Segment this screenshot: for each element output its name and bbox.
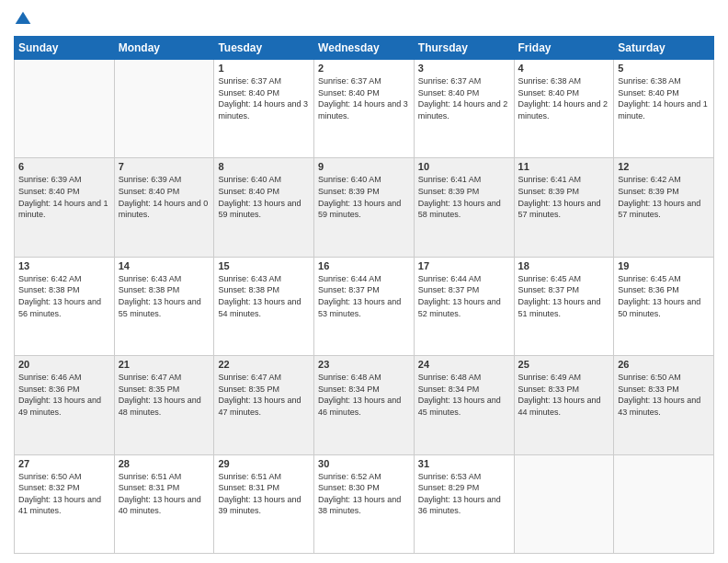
day-number: 27 [18, 458, 110, 469]
calendar-cell: 13Sunrise: 6:42 AM Sunset: 8:38 PM Dayli… [15, 257, 115, 355]
day-number: 28 [119, 458, 210, 469]
day-number: 8 [218, 161, 310, 172]
calendar-cell: 16Sunrise: 6:44 AM Sunset: 8:37 PM Dayli… [314, 257, 415, 355]
day-info: Sunrise: 6:51 AM Sunset: 8:31 PM Dayligh… [218, 471, 310, 517]
page: SundayMondayTuesdayWednesdayThursdayFrid… [0, 0, 728, 563]
day-number: 3 [418, 63, 510, 74]
day-info: Sunrise: 6:41 AM Sunset: 8:39 PM Dayligh… [418, 174, 510, 220]
day-info: Sunrise: 6:46 AM Sunset: 8:36 PM Dayligh… [18, 372, 110, 418]
calendar-cell: 27Sunrise: 6:50 AM Sunset: 8:32 PM Dayli… [15, 454, 115, 553]
day-number: 13 [18, 260, 110, 271]
weekday-header-saturday: Saturday [614, 37, 714, 60]
day-info: Sunrise: 6:43 AM Sunset: 8:38 PM Dayligh… [119, 273, 210, 319]
day-number: 25 [518, 359, 610, 370]
day-info: Sunrise: 6:53 AM Sunset: 8:29 PM Dayligh… [418, 471, 510, 517]
day-number: 26 [618, 359, 710, 370]
day-info: Sunrise: 6:37 AM Sunset: 8:40 PM Dayligh… [418, 75, 510, 121]
day-number: 11 [518, 161, 610, 172]
weekday-header-row: SundayMondayTuesdayWednesdayThursdayFrid… [15, 37, 714, 60]
day-number: 7 [119, 161, 210, 172]
day-info: Sunrise: 6:39 AM Sunset: 8:40 PM Dayligh… [18, 174, 110, 220]
header [14, 9, 714, 29]
day-number: 21 [119, 359, 210, 370]
day-number: 1 [218, 63, 310, 74]
calendar-cell: 29Sunrise: 6:51 AM Sunset: 8:31 PM Dayli… [214, 454, 314, 553]
calendar-cell: 7Sunrise: 6:39 AM Sunset: 8:40 PM Daylig… [114, 158, 214, 257]
week-row-1: 1Sunrise: 6:37 AM Sunset: 8:40 PM Daylig… [15, 60, 714, 158]
day-info: Sunrise: 6:40 AM Sunset: 8:39 PM Dayligh… [318, 174, 410, 220]
week-row-4: 20Sunrise: 6:46 AM Sunset: 8:36 PM Dayli… [15, 356, 714, 454]
calendar-cell: 22Sunrise: 6:47 AM Sunset: 8:35 PM Dayli… [214, 356, 314, 454]
calendar-body: 1Sunrise: 6:37 AM Sunset: 8:40 PM Daylig… [15, 60, 714, 554]
calendar-cell: 25Sunrise: 6:49 AM Sunset: 8:33 PM Dayli… [514, 356, 614, 454]
day-info: Sunrise: 6:38 AM Sunset: 8:40 PM Dayligh… [618, 75, 710, 121]
weekday-header-friday: Friday [514, 37, 614, 60]
calendar-cell: 2Sunrise: 6:37 AM Sunset: 8:40 PM Daylig… [314, 60, 415, 158]
day-number: 17 [418, 260, 510, 271]
calendar-cell: 1Sunrise: 6:37 AM Sunset: 8:40 PM Daylig… [214, 60, 314, 158]
logo-icon [14, 10, 32, 29]
day-info: Sunrise: 6:38 AM Sunset: 8:40 PM Dayligh… [518, 75, 610, 121]
day-info: Sunrise: 6:51 AM Sunset: 8:31 PM Dayligh… [119, 471, 210, 517]
day-number: 31 [418, 458, 510, 469]
day-number: 29 [218, 458, 310, 469]
day-info: Sunrise: 6:44 AM Sunset: 8:37 PM Dayligh… [418, 273, 510, 319]
day-number: 9 [318, 161, 410, 172]
day-info: Sunrise: 6:48 AM Sunset: 8:34 PM Dayligh… [318, 372, 410, 418]
calendar-cell: 28Sunrise: 6:51 AM Sunset: 8:31 PM Dayli… [114, 454, 214, 553]
calendar: SundayMondayTuesdayWednesdayThursdayFrid… [14, 36, 714, 554]
day-info: Sunrise: 6:50 AM Sunset: 8:32 PM Dayligh… [18, 471, 110, 517]
calendar-cell: 10Sunrise: 6:41 AM Sunset: 8:39 PM Dayli… [414, 158, 514, 257]
day-number: 30 [318, 458, 410, 469]
calendar-cell: 8Sunrise: 6:40 AM Sunset: 8:40 PM Daylig… [214, 158, 314, 257]
day-info: Sunrise: 6:45 AM Sunset: 8:36 PM Dayligh… [618, 273, 710, 319]
day-info: Sunrise: 6:45 AM Sunset: 8:37 PM Dayligh… [518, 273, 610, 319]
day-info: Sunrise: 6:52 AM Sunset: 8:30 PM Dayligh… [318, 471, 410, 517]
weekday-header-sunday: Sunday [15, 37, 115, 60]
calendar-cell [15, 60, 115, 158]
svg-marker-0 [16, 11, 31, 23]
week-row-2: 6Sunrise: 6:39 AM Sunset: 8:40 PM Daylig… [15, 158, 714, 257]
calendar-cell: 17Sunrise: 6:44 AM Sunset: 8:37 PM Dayli… [414, 257, 514, 355]
day-info: Sunrise: 6:42 AM Sunset: 8:39 PM Dayligh… [618, 174, 710, 220]
calendar-cell: 19Sunrise: 6:45 AM Sunset: 8:36 PM Dayli… [614, 257, 714, 355]
day-info: Sunrise: 6:37 AM Sunset: 8:40 PM Dayligh… [318, 75, 410, 121]
day-number: 2 [318, 63, 410, 74]
day-info: Sunrise: 6:48 AM Sunset: 8:34 PM Dayligh… [418, 372, 510, 418]
calendar-cell: 18Sunrise: 6:45 AM Sunset: 8:37 PM Dayli… [514, 257, 614, 355]
calendar-cell: 4Sunrise: 6:38 AM Sunset: 8:40 PM Daylig… [514, 60, 614, 158]
day-number: 15 [218, 260, 310, 271]
calendar-cell: 11Sunrise: 6:41 AM Sunset: 8:39 PM Dayli… [514, 158, 614, 257]
calendar-cell: 3Sunrise: 6:37 AM Sunset: 8:40 PM Daylig… [414, 60, 514, 158]
weekday-header-tuesday: Tuesday [214, 37, 314, 60]
calendar-cell: 21Sunrise: 6:47 AM Sunset: 8:35 PM Dayli… [114, 356, 214, 454]
day-number: 20 [18, 359, 110, 370]
logo [14, 9, 36, 29]
calendar-cell: 26Sunrise: 6:50 AM Sunset: 8:33 PM Dayli… [614, 356, 714, 454]
day-number: 19 [618, 260, 710, 271]
calendar-cell [114, 60, 214, 158]
calendar-cell: 20Sunrise: 6:46 AM Sunset: 8:36 PM Dayli… [15, 356, 115, 454]
day-number: 10 [418, 161, 510, 172]
day-info: Sunrise: 6:37 AM Sunset: 8:40 PM Dayligh… [218, 75, 310, 121]
day-number: 16 [318, 260, 410, 271]
calendar-cell: 15Sunrise: 6:43 AM Sunset: 8:38 PM Dayli… [214, 257, 314, 355]
calendar-cell: 12Sunrise: 6:42 AM Sunset: 8:39 PM Dayli… [614, 158, 714, 257]
day-info: Sunrise: 6:43 AM Sunset: 8:38 PM Dayligh… [218, 273, 310, 319]
calendar-cell: 31Sunrise: 6:53 AM Sunset: 8:29 PM Dayli… [414, 454, 514, 553]
day-info: Sunrise: 6:39 AM Sunset: 8:40 PM Dayligh… [119, 174, 210, 220]
day-number: 5 [618, 63, 710, 74]
week-row-5: 27Sunrise: 6:50 AM Sunset: 8:32 PM Dayli… [15, 454, 714, 553]
calendar-cell [614, 454, 714, 553]
day-number: 18 [518, 260, 610, 271]
calendar-cell: 24Sunrise: 6:48 AM Sunset: 8:34 PM Dayli… [414, 356, 514, 454]
calendar-cell: 9Sunrise: 6:40 AM Sunset: 8:39 PM Daylig… [314, 158, 415, 257]
weekday-header-wednesday: Wednesday [314, 37, 415, 60]
calendar-cell [514, 454, 614, 553]
calendar-cell: 5Sunrise: 6:38 AM Sunset: 8:40 PM Daylig… [614, 60, 714, 158]
calendar-cell: 14Sunrise: 6:43 AM Sunset: 8:38 PM Dayli… [114, 257, 214, 355]
day-info: Sunrise: 6:41 AM Sunset: 8:39 PM Dayligh… [518, 174, 610, 220]
day-number: 23 [318, 359, 410, 370]
day-info: Sunrise: 6:47 AM Sunset: 8:35 PM Dayligh… [119, 372, 210, 418]
day-info: Sunrise: 6:47 AM Sunset: 8:35 PM Dayligh… [218, 372, 310, 418]
